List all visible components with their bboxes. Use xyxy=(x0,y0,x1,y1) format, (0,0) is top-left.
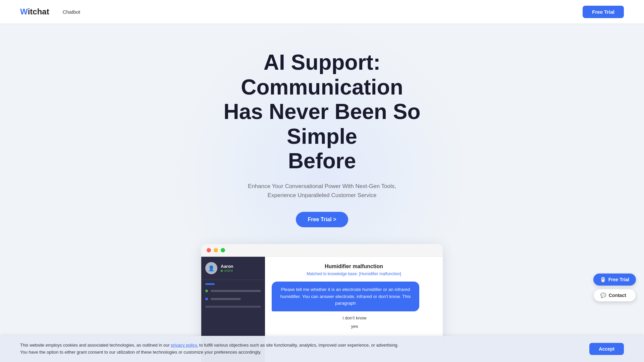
cookie-text: This website employs cookies and associa… xyxy=(20,342,406,356)
dot-yellow xyxy=(214,248,218,252)
privacy-policy-link[interactable]: privacy policy, xyxy=(171,343,198,348)
sidebar-username: Aaron xyxy=(221,264,233,269)
navbar: Witchat Chatbot Free Trial xyxy=(0,0,644,23)
free-trial-nav-button[interactable]: Free Trial xyxy=(583,6,624,18)
chat-bubble-user1: i don't know xyxy=(272,315,436,320)
cookie-banner: This website employs cookies and associa… xyxy=(0,336,644,362)
chat-list-item-1[interactable] xyxy=(201,287,265,295)
hero-subtext: Enhance Your Conversational Power With N… xyxy=(235,182,409,200)
avatar: 👤 xyxy=(205,262,217,274)
chat-bubble-bot: Please tell me whether it is an electrod… xyxy=(272,282,419,311)
chat-line-1 xyxy=(211,290,261,292)
dot-red xyxy=(207,248,211,252)
navbar-left: Witchat Chatbot xyxy=(20,7,80,16)
dot-green xyxy=(221,248,225,252)
floating-trial-label: Free Trial xyxy=(608,277,629,282)
chat-matched: Matched to knowledge base: [Humidifier m… xyxy=(272,272,436,276)
chat-list-item-3[interactable] xyxy=(201,303,265,310)
chat-list-item-2[interactable] xyxy=(201,295,265,303)
cursor-icon: 🖱️ xyxy=(600,277,606,282)
hero-content: AI Support: Communication Has Never Been… xyxy=(7,50,637,227)
hero-section: AI Support: Communication Has Never Been… xyxy=(0,23,644,362)
chat-topic: Humidifier malfunction xyxy=(272,263,436,269)
online-dot-1 xyxy=(205,290,208,292)
logo-w: W xyxy=(20,7,28,16)
free-trial-hero-button[interactable]: Free Trial > xyxy=(296,212,348,227)
online-dot-2 xyxy=(205,298,208,300)
sidebar-user-info: Aaron online xyxy=(221,264,233,273)
floating-buttons: 🖱️ Free Trial 💬 Contact xyxy=(593,274,636,302)
floating-contact-label: Contact xyxy=(609,293,626,298)
hero-heading-line3: Before xyxy=(288,149,356,173)
floating-free-trial-button[interactable]: 🖱️ Free Trial xyxy=(593,274,636,286)
floating-contact-button[interactable]: 💬 Contact xyxy=(593,289,636,302)
logo-suffix: itchat xyxy=(28,7,49,16)
hero-heading: AI Support: Communication Has Never Been… xyxy=(205,50,439,174)
sidebar-header: 👤 Aaron online xyxy=(201,257,265,280)
hero-heading-line2: Has Never Been So Simple xyxy=(224,100,421,148)
hero-heading-line1: AI Support: Communication xyxy=(241,50,403,99)
accept-button[interactable]: Accept xyxy=(589,343,624,355)
logo: Witchat xyxy=(20,7,49,16)
window-titlebar xyxy=(201,244,443,257)
status-dot xyxy=(221,270,223,272)
chat-icon: 💬 xyxy=(600,293,606,298)
nav-chatbot[interactable]: Chatbot xyxy=(63,9,80,15)
chat-line-2 xyxy=(211,298,241,300)
cookie-text-before: This website employs cookies and associa… xyxy=(20,343,171,348)
status-text: online xyxy=(224,269,233,273)
chat-bubble-user2: yes xyxy=(272,324,436,329)
sidebar-bar xyxy=(205,283,215,285)
sidebar-status: online xyxy=(221,269,233,273)
chat-line-3 xyxy=(205,306,261,308)
